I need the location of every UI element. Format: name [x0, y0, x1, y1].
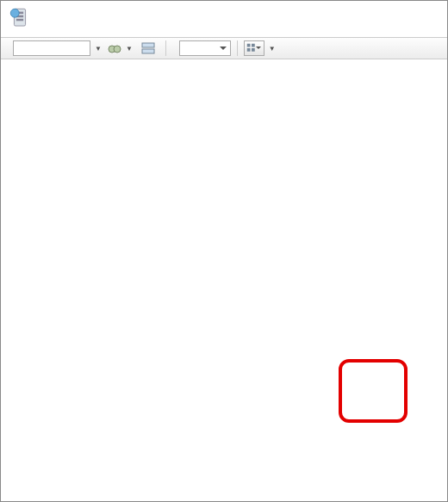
svg-rect-49	[252, 48, 255, 52]
chevron-down-icon: ▼	[126, 45, 133, 53]
svg-point-41	[10, 9, 19, 17]
svg-rect-44	[142, 43, 154, 47]
filter-input[interactable]	[13, 40, 90, 56]
svg-rect-46	[247, 44, 251, 47]
svg-point-43	[114, 46, 121, 53]
separator	[237, 40, 238, 56]
groupby-dropdown[interactable]	[179, 40, 231, 56]
show-all-icon	[141, 41, 155, 55]
content-area	[1, 59, 447, 502]
binoculars-icon	[108, 41, 121, 55]
highlight-box	[339, 359, 408, 423]
view-mode-button[interactable]	[244, 40, 264, 56]
svg-rect-45	[142, 49, 154, 53]
chevron-down-icon[interactable]: ▼	[269, 45, 276, 53]
show-all-button[interactable]	[139, 40, 159, 56]
separator	[165, 40, 166, 56]
server-icon	[8, 6, 32, 32]
filter-dropdown-icon[interactable]: ▼	[95, 45, 102, 53]
page-header	[1, 1, 447, 37]
go-button[interactable]: ▼	[105, 40, 135, 56]
svg-rect-47	[252, 44, 255, 47]
toolbar: ▼ ▼ ▼	[1, 37, 447, 59]
svg-rect-48	[247, 48, 251, 52]
